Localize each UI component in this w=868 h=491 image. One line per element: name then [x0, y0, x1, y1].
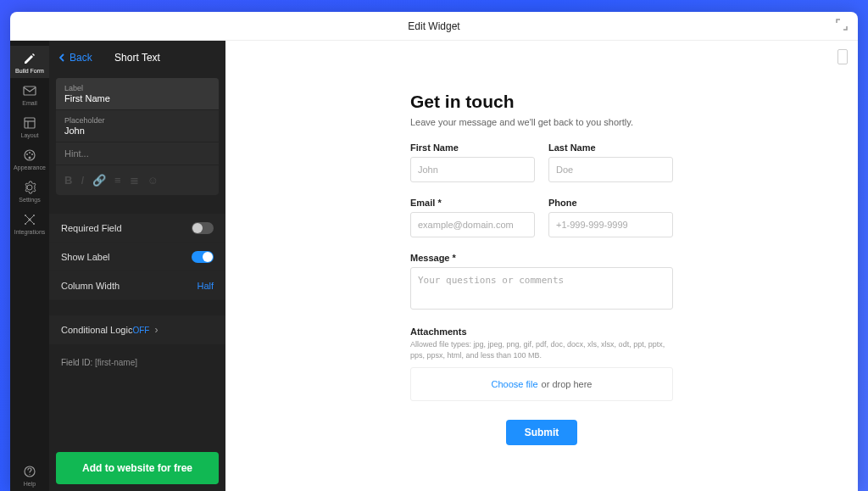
svg-point-15: [29, 474, 30, 475]
option-required-field: Required Field: [49, 214, 225, 243]
choose-file-link[interactable]: Choose file: [492, 379, 538, 389]
numlist-icon[interactable]: ≣: [130, 174, 139, 187]
svg-point-8: [29, 157, 31, 159]
svg-rect-0: [24, 86, 36, 95]
icon-sidebar: Build Form Email Layout Appearance Setti…: [10, 41, 49, 491]
message-input[interactable]: [410, 267, 673, 310]
expand-icon[interactable]: [836, 19, 848, 33]
rich-text-toolbar[interactable]: B I 🔗 ≡ ≣ ☺: [56, 165, 219, 195]
form-canvas: Get in touch Leave your message and we'l…: [225, 41, 858, 491]
svg-point-7: [31, 153, 33, 155]
lastname-label: Last Name: [548, 142, 673, 153]
sidebar-item-build-form[interactable]: Build Form: [10, 46, 49, 78]
attachments-label: Attachments: [410, 326, 673, 337]
submit-button[interactable]: Submit: [506, 420, 578, 445]
list-icon[interactable]: ≡: [114, 174, 121, 187]
link-icon[interactable]: 🔗: [92, 174, 106, 187]
svg-point-5: [26, 153, 28, 155]
field-label-row[interactable]: Label First Name: [56, 78, 219, 110]
phone-label: Phone: [548, 198, 673, 208]
emoji-icon[interactable]: ☺: [147, 174, 159, 187]
italic-icon[interactable]: I: [81, 174, 84, 187]
svg-point-6: [29, 152, 31, 153]
app-window: Edit Widget Build Form Email Layout: [10, 12, 858, 491]
option-show-label: Show Label: [49, 243, 225, 271]
toggle-show-label[interactable]: [192, 251, 214, 263]
phone-input[interactable]: [548, 212, 673, 237]
option-column-width[interactable]: Column Width Half: [49, 271, 225, 300]
attachments-hint: Allowed file types: jpg, jpeg, png, gif,…: [410, 339, 673, 360]
device-preview-icon[interactable]: [837, 49, 848, 64]
sidebar-item-help[interactable]: Help: [10, 459, 49, 491]
back-button[interactable]: Back: [59, 52, 92, 64]
sidebar-item-settings[interactable]: Settings: [10, 175, 49, 207]
file-dropzone[interactable]: Choose file or drop here: [410, 367, 673, 401]
firstname-label: First Name: [410, 142, 535, 153]
field-id: Field ID: [first-name]: [49, 344, 225, 381]
add-to-website-button[interactable]: Add to website for free: [56, 452, 219, 484]
email-input[interactable]: [410, 212, 535, 237]
property-panel: Back Short Text Label First Name Placeho…: [49, 41, 225, 491]
option-conditional-logic[interactable]: Conditional Logic OFF ›: [49, 315, 225, 344]
form-subtitle: Leave your message and we'll get back to…: [410, 117, 673, 127]
email-label: Email *: [410, 198, 535, 208]
field-hint-row[interactable]: Hint...: [56, 142, 219, 165]
sidebar-item-layout[interactable]: Layout: [10, 110, 49, 142]
lastname-input[interactable]: [548, 157, 673, 182]
form-title: Get in touch: [410, 92, 673, 112]
svg-rect-1: [25, 118, 35, 128]
sidebar-item-integrations[interactable]: Integrations: [10, 207, 49, 239]
window-title: Edit Widget: [408, 20, 459, 32]
bold-icon[interactable]: B: [64, 174, 72, 187]
titlebar: Edit Widget: [10, 12, 858, 41]
chevron-right-icon: ›: [154, 324, 158, 336]
firstname-input[interactable]: [410, 157, 535, 182]
message-label: Message *: [410, 253, 673, 263]
sidebar-item-appearance[interactable]: Appearance: [10, 142, 49, 175]
field-placeholder-row[interactable]: Placeholder John: [56, 110, 219, 142]
sidebar-item-email[interactable]: Email: [10, 78, 49, 110]
toggle-required[interactable]: [192, 222, 214, 234]
